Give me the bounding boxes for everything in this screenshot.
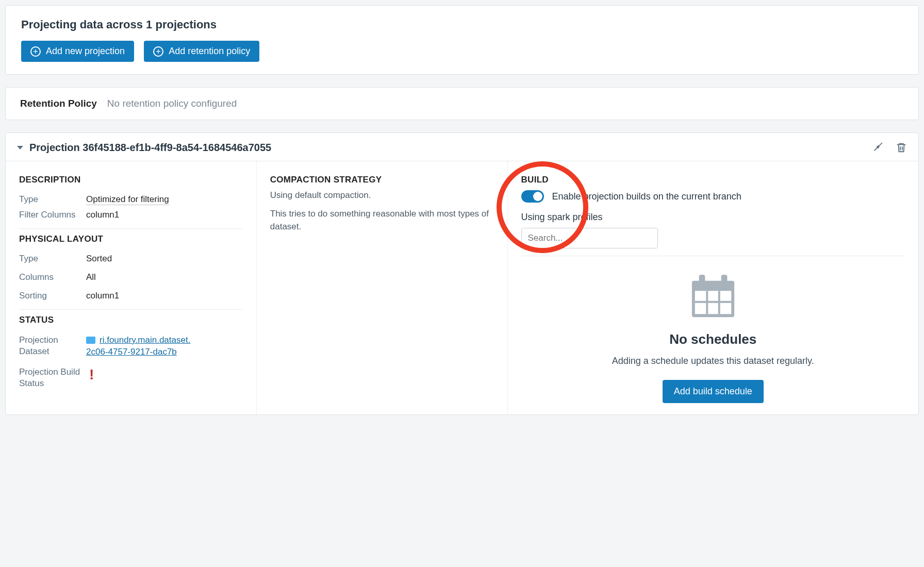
phys-type-value: Sorted	[86, 254, 243, 264]
phys-sorting-value: column1	[86, 291, 243, 301]
svg-rect-3	[721, 275, 727, 285]
no-schedules-block: No schedules Adding a schedule updates t…	[521, 271, 905, 403]
phys-sorting-row: Sorting column1	[19, 287, 243, 305]
status-dataset-link[interactable]: ri.foundry.main.dataset.2c06-4757-9217-d…	[86, 335, 190, 357]
enable-builds-label: Enable projection builds on the current …	[552, 191, 741, 202]
phys-columns-value: All	[86, 272, 243, 282]
ds-link-line1: ri.foundry.main.dataset.	[100, 335, 190, 345]
phys-columns-label: Columns	[19, 272, 86, 282]
build-toggle-row: Enable projection builds on the current …	[521, 190, 905, 203]
desc-type-value[interactable]: Optimized for filtering	[86, 194, 169, 205]
desc-type-label: Type	[19, 194, 86, 205]
title-suffix: projections	[152, 18, 217, 31]
projections-summary-title: Projecting data across 1 projections	[21, 18, 903, 31]
desc-filter-columns-row: Filter Columns column1	[19, 209, 243, 224]
projection-expand-toggle[interactable]: Projection 36f45188-ef1b-4ff9-8a54-16845…	[17, 142, 271, 154]
projection-header-actions	[873, 141, 907, 154]
add-projection-label: Add new projection	[46, 46, 125, 57]
ds-link-line2: 2c06-4757-9217-dac7b	[86, 347, 177, 357]
plus-circle-icon: +	[153, 46, 163, 57]
status-build-row: Projection Build Status !	[19, 362, 243, 393]
description-column: DESCRIPTION Type Optimized for filtering…	[6, 161, 257, 414]
projection-columns: DESCRIPTION Type Optimized for filtering…	[6, 161, 918, 414]
compaction-heading: COMPACTION STRATEGY	[270, 173, 494, 185]
phys-columns-row: Columns All	[19, 268, 243, 287]
retention-value: No retention policy configured	[107, 98, 237, 109]
add-retention-policy-button[interactable]: + Add retention policy	[144, 41, 259, 62]
status-dataset-value-wrap: ri.foundry.main.dataset.2c06-4757-9217-d…	[86, 335, 243, 358]
desc-filter-columns-label: Filter Columns	[19, 210, 86, 220]
phys-sorting-label: Sorting	[19, 291, 86, 301]
divider	[19, 228, 243, 229]
retention-card: Retention Policy No retention policy con…	[5, 87, 919, 120]
calendar-icon	[688, 274, 738, 320]
no-schedules-title: No schedules	[669, 331, 756, 347]
no-schedules-subtitle: Adding a schedule updates this dataset r…	[612, 356, 814, 366]
divider	[521, 256, 905, 256]
phys-type-label: Type	[19, 254, 86, 264]
projections-summary-card: Projecting data across 1 projections + A…	[5, 5, 919, 75]
title-prefix: Projecting data across	[21, 18, 146, 31]
status-build-value: !	[86, 366, 243, 383]
projection-card: Projection 36f45188-ef1b-4ff9-8a54-16845…	[5, 132, 919, 415]
compaction-line2: This tries to do something reasonable wi…	[270, 208, 494, 233]
exclamation-icon: !	[89, 366, 94, 382]
retention-label: Retention Policy	[20, 98, 97, 109]
description-heading: DESCRIPTION	[19, 173, 243, 185]
compaction-line1: Using default compaction.	[270, 190, 494, 201]
add-build-schedule-button[interactable]: Add build schedule	[663, 380, 764, 403]
enable-builds-toggle[interactable]	[521, 190, 544, 203]
phys-type-row: Type Sorted	[19, 249, 243, 268]
plus-circle-icon: +	[30, 46, 41, 57]
status-heading: STATUS	[19, 313, 243, 325]
desc-type-row: Type Optimized for filtering	[19, 190, 243, 209]
toggle-knob	[533, 192, 542, 201]
projection-title: Projection 36f45188-ef1b-4ff9-8a54-16845…	[29, 142, 271, 154]
spark-profiles-label: Using spark profiles	[521, 212, 905, 223]
status-dataset-row: Projection Dataset ri.foundry.main.datas…	[19, 330, 243, 362]
status-build-label: Projection Build Status	[19, 366, 86, 389]
divider	[19, 309, 243, 310]
build-column: BUILD Enable projection builds on the cu…	[508, 161, 919, 414]
desc-filter-columns-value: column1	[86, 210, 243, 220]
wrench-icon[interactable]	[873, 141, 885, 154]
title-count: 1	[146, 18, 152, 31]
compaction-column: COMPACTION STRATEGY Using default compac…	[257, 161, 508, 414]
trash-icon[interactable]	[896, 141, 907, 154]
add-projection-button[interactable]: + Add new projection	[21, 41, 134, 62]
add-retention-label: Add retention policy	[169, 46, 250, 57]
spark-profiles-search-input[interactable]	[521, 228, 658, 248]
svg-rect-2	[699, 275, 705, 285]
summary-buttons: + Add new projection + Add retention pol…	[21, 41, 903, 62]
dataset-icon	[86, 337, 95, 344]
build-heading: BUILD	[521, 173, 905, 185]
status-dataset-label: Projection Dataset	[19, 335, 86, 357]
physical-heading: PHYSICAL LAYOUT	[19, 232, 243, 244]
projection-header: Projection 36f45188-ef1b-4ff9-8a54-16845…	[6, 133, 918, 161]
caret-down-icon	[17, 146, 23, 149]
